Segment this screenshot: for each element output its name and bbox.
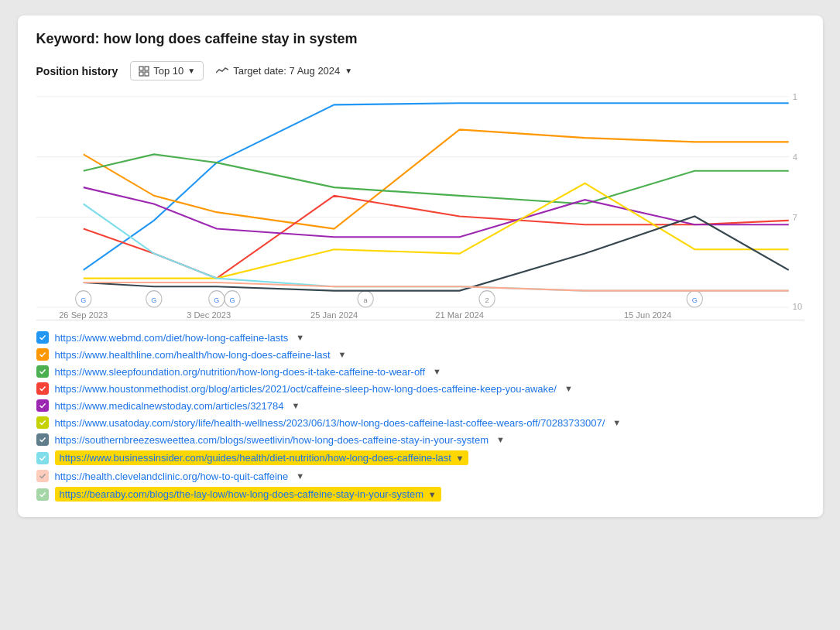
check-icon-1 bbox=[39, 334, 46, 341]
url-checkbox-6[interactable] bbox=[36, 416, 49, 429]
target-date-label: Target date: 7 Aug 2024 bbox=[233, 65, 340, 77]
trend-icon bbox=[216, 67, 228, 76]
url-checkbox-5[interactable] bbox=[36, 399, 49, 412]
position-history-label: Position history bbox=[36, 65, 118, 77]
url-dropdown-8[interactable]: ▼ bbox=[455, 454, 464, 463]
svg-text:G: G bbox=[229, 296, 235, 303]
page-title: Keyword: how long does caffeine stay in … bbox=[36, 31, 804, 47]
url-dropdown-2[interactable]: ▼ bbox=[338, 350, 347, 359]
svg-rect-0 bbox=[139, 67, 143, 70]
url-list: https://www.webmd.com/diet/how-long-caff… bbox=[36, 331, 804, 502]
url-link-8[interactable]: https://www.businessinsider.com/guides/h… bbox=[60, 452, 451, 464]
check-icon-2 bbox=[39, 351, 46, 358]
svg-text:15 Jun 2024: 15 Jun 2024 bbox=[623, 310, 671, 320]
check-icon-6 bbox=[39, 419, 46, 426]
url-link-6[interactable]: https://www.usatoday.com/story/life/heal… bbox=[55, 417, 605, 429]
url-checkbox-2[interactable] bbox=[36, 348, 49, 361]
url-highlighted-8: https://www.businessinsider.com/guides/h… bbox=[55, 450, 469, 465]
url-item-5: https://www.medicalnewstoday.com/article… bbox=[36, 399, 804, 412]
svg-text:10: 10 bbox=[792, 302, 801, 311]
url-item-9: https://health.clevelandclinic.org/how-t… bbox=[36, 470, 804, 482]
url-link-4[interactable]: https://www.houstonmethodist.org/blog/ar… bbox=[55, 383, 557, 395]
svg-text:25 Jan 2024: 25 Jan 2024 bbox=[310, 310, 358, 320]
url-checkbox-9[interactable] bbox=[36, 470, 49, 482]
url-link-2[interactable]: https://www.healthline.com/health/how-lo… bbox=[55, 349, 331, 361]
url-dropdown-9[interactable]: ▼ bbox=[296, 471, 304, 481]
chart-svg: 1 4 7 10 26 Sep 2023 3 Dec 2023 25 Jan 2… bbox=[36, 88, 804, 320]
url-dropdown-7[interactable]: ▼ bbox=[496, 435, 505, 444]
url-item-4: https://www.houstonmethodist.org/blog/ar… bbox=[36, 382, 804, 395]
top10-label: Top 10 bbox=[153, 65, 183, 77]
url-checkbox-8[interactable] bbox=[36, 452, 49, 464]
url-dropdown-5[interactable]: ▼ bbox=[292, 401, 300, 410]
svg-text:2: 2 bbox=[485, 296, 489, 303]
url-item-3: https://www.sleepfoundation.org/nutritio… bbox=[36, 365, 804, 378]
url-dropdown-3[interactable]: ▼ bbox=[433, 367, 441, 376]
url-link-5[interactable]: https://www.medicalnewstoday.com/article… bbox=[55, 400, 284, 412]
svg-text:4: 4 bbox=[792, 152, 797, 162]
url-dropdown-1[interactable]: ▼ bbox=[296, 333, 304, 342]
target-date-chevron: ▼ bbox=[345, 67, 352, 75]
position-history-chart: 1 4 7 10 26 Sep 2023 3 Dec 2023 25 Jan 2… bbox=[36, 88, 804, 320]
svg-rect-1 bbox=[145, 67, 149, 70]
check-icon-5 bbox=[39, 402, 46, 409]
target-date-button[interactable]: Target date: 7 Aug 2024 ▼ bbox=[216, 65, 352, 77]
url-checkbox-10[interactable] bbox=[36, 488, 49, 501]
url-item-6: https://www.usatoday.com/story/life/heal… bbox=[36, 416, 804, 429]
svg-text:G: G bbox=[691, 296, 697, 303]
check-icon-3 bbox=[39, 368, 46, 375]
url-link-1[interactable]: https://www.webmd.com/diet/how-long-caff… bbox=[55, 332, 289, 344]
svg-text:G: G bbox=[214, 296, 219, 303]
svg-text:26 Sep 2023: 26 Sep 2023 bbox=[59, 310, 108, 320]
svg-rect-3 bbox=[145, 72, 149, 76]
url-highlighted-10: https://bearaby.com/blogs/the-lay-low/ho… bbox=[55, 487, 441, 502]
check-icon-7 bbox=[39, 436, 46, 443]
svg-text:21 Mar 2024: 21 Mar 2024 bbox=[435, 310, 484, 320]
check-icon-9 bbox=[39, 472, 46, 480]
svg-text:1: 1 bbox=[792, 92, 797, 101]
url-checkbox-1[interactable] bbox=[36, 331, 49, 344]
url-link-3[interactable]: https://www.sleepfoundation.org/nutritio… bbox=[55, 366, 426, 378]
top10-chevron: ▼ bbox=[187, 67, 195, 75]
main-card: Keyword: how long does caffeine stay in … bbox=[18, 15, 823, 517]
check-icon-8 bbox=[39, 454, 46, 462]
url-item-2: https://www.healthline.com/health/how-lo… bbox=[36, 348, 804, 361]
svg-text:G: G bbox=[151, 296, 156, 303]
svg-rect-2 bbox=[139, 72, 143, 76]
toolbar: Position history Top 10 ▼ Target date: 7… bbox=[36, 61, 804, 80]
url-item-7: https://southernbreezesweettea.com/blogs… bbox=[36, 433, 804, 446]
check-icon-4 bbox=[39, 385, 46, 392]
url-dropdown-10[interactable]: ▼ bbox=[428, 490, 437, 499]
url-checkbox-7[interactable] bbox=[36, 433, 49, 446]
grid-icon bbox=[139, 66, 149, 77]
svg-text:7: 7 bbox=[792, 213, 797, 222]
check-icon-10 bbox=[39, 491, 46, 498]
url-item-10: https://bearaby.com/blogs/the-lay-low/ho… bbox=[36, 487, 804, 502]
svg-text:G: G bbox=[81, 296, 86, 303]
url-link-7[interactable]: https://southernbreezesweettea.com/blogs… bbox=[55, 434, 489, 446]
url-link-9[interactable]: https://health.clevelandclinic.org/how-t… bbox=[55, 471, 289, 482]
url-dropdown-4[interactable]: ▼ bbox=[564, 384, 573, 393]
url-dropdown-6[interactable]: ▼ bbox=[612, 418, 621, 427]
url-checkbox-3[interactable] bbox=[36, 365, 49, 378]
url-checkbox-4[interactable] bbox=[36, 382, 49, 395]
url-item-8: https://www.businessinsider.com/guides/h… bbox=[36, 450, 804, 465]
svg-text:3 Dec 2023: 3 Dec 2023 bbox=[187, 310, 231, 320]
top10-button[interactable]: Top 10 ▼ bbox=[130, 61, 204, 80]
url-item-1: https://www.webmd.com/diet/how-long-caff… bbox=[36, 331, 804, 344]
url-link-10[interactable]: https://bearaby.com/blogs/the-lay-low/ho… bbox=[60, 488, 424, 500]
svg-text:a: a bbox=[363, 296, 368, 303]
